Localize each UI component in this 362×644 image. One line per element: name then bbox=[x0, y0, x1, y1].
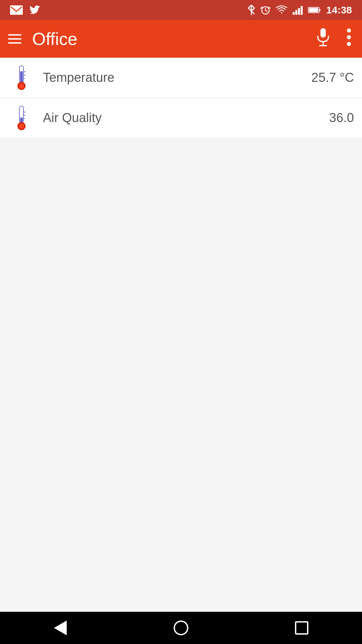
page-title: Office bbox=[32, 29, 302, 49]
alarm-icon bbox=[260, 5, 270, 15]
svg-point-12 bbox=[347, 29, 351, 33]
temperature-list-item[interactable]: Temperature 25.7 °C bbox=[0, 58, 362, 98]
back-button[interactable] bbox=[40, 618, 80, 638]
svg-rect-5 bbox=[301, 6, 303, 15]
thermometer-icon-air-quality bbox=[13, 105, 29, 131]
svg-rect-3 bbox=[295, 10, 297, 15]
wifi-icon bbox=[276, 5, 287, 15]
hamburger-line-1 bbox=[8, 34, 21, 36]
svg-rect-8 bbox=[309, 8, 318, 12]
svg-rect-9 bbox=[320, 28, 326, 38]
gmail-icon bbox=[10, 5, 23, 15]
air-quality-icon-container bbox=[8, 105, 35, 131]
svg-point-13 bbox=[347, 35, 351, 39]
air-quality-value: 36.0 bbox=[329, 111, 354, 125]
air-quality-list-item[interactable]: Air Quality 36.0 bbox=[0, 98, 362, 138]
microphone-button[interactable] bbox=[313, 25, 333, 53]
recents-button[interactable] bbox=[282, 618, 322, 638]
status-time: 14:38 bbox=[326, 4, 352, 16]
temperature-icon-container bbox=[8, 64, 35, 91]
more-options-button[interactable] bbox=[344, 25, 354, 53]
main-content-area bbox=[0, 138, 362, 612]
svg-point-18 bbox=[19, 83, 24, 89]
battery-icon bbox=[308, 6, 321, 14]
nav-bar bbox=[0, 612, 362, 644]
hamburger-line-2 bbox=[8, 38, 21, 40]
app-bar: Office bbox=[0, 20, 362, 58]
sensor-list: Temperature 25.7 °C Air Quality 36.0 bbox=[0, 58, 362, 138]
status-bar: 14:38 bbox=[0, 0, 362, 20]
recents-square-icon bbox=[295, 621, 308, 635]
svg-point-25 bbox=[19, 123, 24, 129]
twitter-icon bbox=[29, 5, 41, 15]
hamburger-menu-button[interactable] bbox=[8, 34, 21, 44]
svg-rect-16 bbox=[20, 71, 23, 83]
home-button[interactable] bbox=[161, 618, 201, 638]
status-bar-right: 14:38 bbox=[248, 4, 352, 16]
signal-icon bbox=[293, 5, 303, 15]
air-quality-label: Air Quality bbox=[43, 111, 329, 125]
home-circle-icon bbox=[174, 621, 188, 635]
status-bar-left bbox=[10, 5, 41, 15]
temperature-label: Temperature bbox=[43, 70, 311, 85]
svg-rect-7 bbox=[319, 9, 320, 11]
svg-rect-23 bbox=[20, 117, 23, 123]
hamburger-line-3 bbox=[8, 42, 21, 44]
svg-point-14 bbox=[347, 42, 351, 46]
svg-rect-4 bbox=[298, 8, 300, 15]
back-arrow-icon bbox=[54, 621, 67, 635]
svg-rect-2 bbox=[293, 12, 295, 15]
thermometer-icon-temperature bbox=[13, 64, 29, 91]
temperature-value: 25.7 °C bbox=[311, 70, 354, 85]
bluetooth-icon bbox=[248, 4, 255, 16]
